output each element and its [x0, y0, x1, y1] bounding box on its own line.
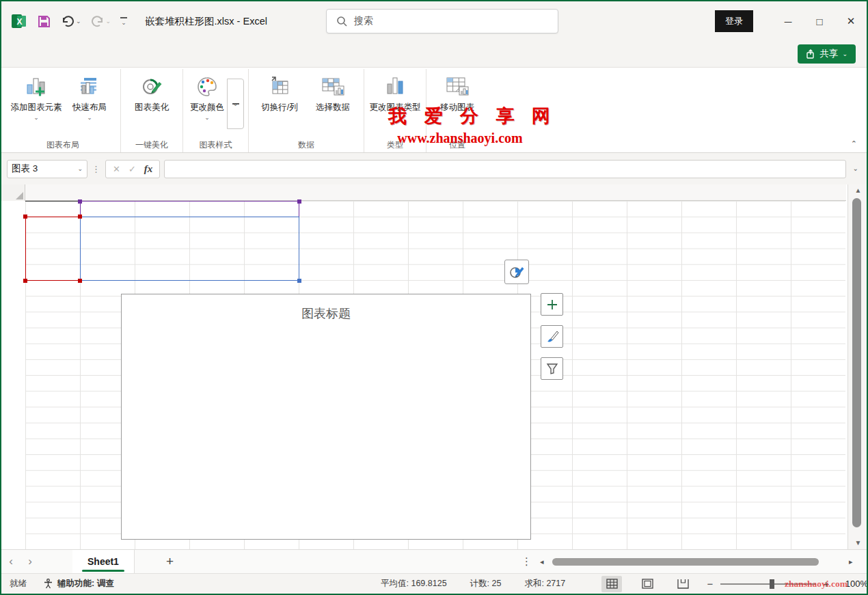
- add-sheet-button[interactable]: +: [166, 554, 174, 569]
- status-average: 平均值: 169.8125: [381, 578, 447, 590]
- change-chart-type-icon: [384, 74, 406, 99]
- formula-input[interactable]: [164, 160, 845, 178]
- titlebar: X ⌄ ⌄ ⌄ 嵌套堆积柱形图.xlsx - Excel 搜索: [1, 1, 867, 41]
- group-label-type: 类型: [387, 137, 403, 152]
- search-placeholder: 搜索: [354, 15, 373, 27]
- change-colors-button[interactable]: 更改颜色 ⌄: [187, 70, 227, 121]
- next-sheet-icon[interactable]: ›: [21, 555, 40, 568]
- share-label: 共享: [819, 48, 838, 60]
- quick-access-toolbar: X ⌄ ⌄ ⌄: [1, 13, 127, 29]
- vertical-scroll-thumb[interactable]: [852, 198, 861, 527]
- zoom-in-button[interactable]: +: [822, 578, 831, 590]
- add-chart-element-button[interactable]: 添加图表元素 ⌄: [10, 70, 63, 121]
- status-sum: 求和: 2717: [524, 578, 565, 590]
- group-chart-styles: 更改颜色 ⌄ ⌄ 图表样式: [182, 69, 248, 152]
- zoom-slider[interactable]: [720, 583, 816, 585]
- switch-row-column-button[interactable]: 切换行/列: [253, 70, 306, 113]
- quick-beautify-button[interactable]: [504, 260, 529, 284]
- quick-layout-icon: [79, 74, 100, 99]
- collapse-ribbon-icon[interactable]: ⌃: [851, 139, 857, 148]
- name-box-value: 图表 3: [12, 163, 77, 175]
- range-handle[interactable]: [78, 199, 82, 204]
- document-title: 嵌套堆积柱形图.xlsx - Excel: [145, 15, 267, 28]
- range-handle[interactable]: [23, 279, 27, 283]
- undo-button[interactable]: ⌄: [61, 15, 81, 27]
- gallery-more-button[interactable]: ⌄: [227, 79, 244, 129]
- tab-scrollbar-splitter[interactable]: ⋮: [521, 555, 532, 568]
- ribbon-tabs: 共享 ⌄: [1, 41, 867, 67]
- group-label-chart-layout: 图表布局: [46, 137, 79, 152]
- zoom-control: − + 100%: [705, 578, 868, 590]
- page-layout-view-button[interactable]: [637, 576, 657, 592]
- status-aggregates: 平均值: 169.8125 计数: 25 求和: 2717: [381, 578, 565, 590]
- hscroll-right-icon[interactable]: ▸: [849, 557, 853, 566]
- formula-bar-splitter[interactable]: ⋮: [92, 164, 101, 174]
- change-chart-type-button[interactable]: 更改图表类型: [368, 70, 422, 113]
- name-box-dropdown-icon[interactable]: ⌄: [77, 166, 83, 172]
- redo-dropdown-icon[interactable]: ⌄: [106, 18, 111, 25]
- select-all-button[interactable]: [1, 184, 25, 201]
- range-handle[interactable]: [23, 215, 27, 219]
- normal-view-button[interactable]: [601, 576, 622, 592]
- zoom-slider-thumb[interactable]: [770, 579, 774, 589]
- prev-sheet-icon[interactable]: ‹: [1, 555, 21, 568]
- cancel-formula-icon[interactable]: ✕: [113, 164, 120, 174]
- titlebar-controls: 登录 ─ □ ✕: [715, 1, 867, 41]
- hscroll-left-icon[interactable]: ◂: [540, 557, 544, 566]
- horizontal-scrollbar[interactable]: [550, 558, 845, 566]
- move-chart-icon: [445, 74, 470, 99]
- embedded-chart[interactable]: 图表标题: [121, 294, 531, 540]
- chart-filters-button[interactable]: [541, 357, 563, 380]
- change-colors-icon: [196, 74, 218, 99]
- group-label-beautify: 一键美化: [135, 137, 168, 152]
- quick-layout-label: 快速布局: [72, 102, 107, 113]
- chart-styles-button[interactable]: [541, 325, 563, 348]
- horizontal-scroll-thumb[interactable]: [552, 558, 819, 566]
- page-break-view-button[interactable]: [673, 576, 693, 592]
- group-label-location: 位置: [449, 137, 465, 152]
- add-chart-element-icon: [25, 74, 47, 99]
- customize-qat-icon[interactable]: ⌄: [120, 17, 127, 26]
- close-button[interactable]: ✕: [835, 1, 867, 41]
- quick-layout-button[interactable]: 快速布局 ⌄: [63, 70, 116, 121]
- move-chart-button[interactable]: 移动图表: [431, 70, 484, 113]
- redo-button[interactable]: ⌄: [91, 15, 111, 27]
- save-button[interactable]: [37, 14, 51, 29]
- group-type: 更改图表类型 类型: [364, 69, 426, 152]
- switch-row-column-icon: [268, 74, 291, 99]
- enter-formula-icon[interactable]: ✓: [128, 164, 136, 174]
- view-shortcuts: [601, 576, 693, 592]
- expand-formula-bar-icon[interactable]: ⌄: [850, 165, 861, 172]
- chart-beautify-button[interactable]: 图表美化: [125, 70, 178, 113]
- zoom-out-button[interactable]: −: [705, 578, 715, 590]
- undo-dropdown-icon[interactable]: ⌄: [76, 18, 81, 25]
- status-ready: 就绪: [1, 578, 35, 590]
- sheet-tab-label: Sheet1: [87, 556, 119, 567]
- range-handle[interactable]: [297, 199, 301, 204]
- search-input[interactable]: 搜索: [326, 9, 558, 33]
- select-data-button[interactable]: 选择数据: [306, 70, 360, 113]
- sheet-tab-sheet1[interactable]: Sheet1: [72, 550, 135, 574]
- scroll-up-icon[interactable]: ▲: [848, 184, 868, 195]
- range-handle[interactable]: [297, 279, 301, 283]
- chart-title[interactable]: 图表标题: [122, 305, 530, 322]
- share-button[interactable]: 共享 ⌄: [798, 44, 856, 64]
- vertical-scrollbar[interactable]: ▲ ▼: [847, 184, 868, 549]
- signin-button[interactable]: 登录: [715, 10, 753, 32]
- group-label-chart-styles: 图表样式: [200, 137, 232, 152]
- name-box[interactable]: 图表 3 ⌄: [7, 160, 87, 178]
- formula-buttons: ✕ ✓ fx: [105, 160, 160, 178]
- group-chart-layout: 添加图表元素 ⌄ 快速布局 ⌄ 图表布局: [5, 69, 120, 152]
- range-handle[interactable]: [78, 279, 82, 283]
- minimize-button[interactable]: ─: [772, 1, 804, 41]
- accessibility-status[interactable]: 辅助功能: 调查: [35, 578, 122, 590]
- column-headers: [1, 184, 846, 201]
- status-bar: 就绪 辅助功能: 调查 平均值: 169.8125 计数: 25 求和: 271…: [1, 573, 867, 594]
- chart-elements-button[interactable]: [541, 293, 563, 316]
- range-handle[interactable]: [78, 215, 82, 219]
- select-data-icon: [321, 74, 345, 99]
- select-data-label: 选择数据: [316, 102, 350, 113]
- insert-function-icon[interactable]: fx: [144, 163, 153, 175]
- maximize-button[interactable]: □: [804, 1, 835, 41]
- scroll-down-icon[interactable]: ▼: [848, 537, 868, 548]
